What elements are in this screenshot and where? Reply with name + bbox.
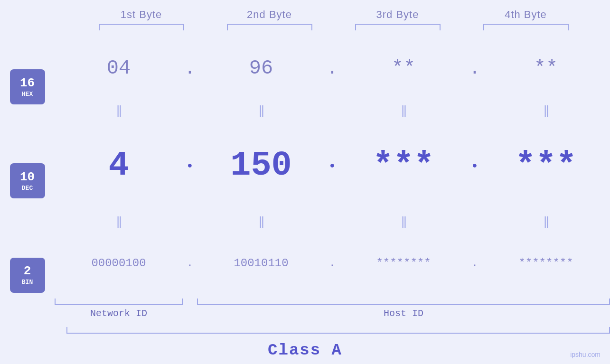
hex-b3-cell: ** bbox=[339, 57, 468, 80]
id-labels-row: Network ID Host ID bbox=[55, 308, 610, 327]
bin-dot3: . bbox=[468, 257, 482, 270]
hex-b4-value: ** bbox=[534, 57, 558, 80]
bin-b3-value: ******** bbox=[376, 257, 431, 270]
hex-b1-value: 04 bbox=[107, 57, 131, 80]
sep1-c4: || bbox=[482, 103, 610, 118]
hex-b3-value: ** bbox=[392, 57, 415, 80]
hex-dot2: . bbox=[325, 58, 339, 79]
bracket-byte1 bbox=[77, 24, 206, 30]
outer-bottom-bracket-row bbox=[66, 327, 610, 335]
outer-bottom-bracket bbox=[66, 327, 610, 334]
dec-b1-value: 4 bbox=[108, 146, 129, 185]
dec-dot2: ● bbox=[325, 161, 339, 170]
bottom-bracket-area bbox=[55, 299, 610, 306]
dec-b4-cell: *** bbox=[482, 146, 610, 185]
dec-b1-cell: 4 bbox=[55, 146, 183, 185]
dec-b2-value: 150 bbox=[230, 146, 292, 185]
bracket-line-2 bbox=[227, 24, 312, 30]
bin-b3-cell: ******** bbox=[339, 257, 468, 270]
byte-headers: 1st Byte 2nd Byte 3rd Byte 4th Byte bbox=[28, 9, 610, 21]
bracket-line-3 bbox=[355, 24, 441, 30]
bin-b2-cell: 10010110 bbox=[197, 257, 325, 270]
bracket-byte3 bbox=[334, 24, 462, 30]
bracket-byte2 bbox=[206, 24, 334, 30]
hex-badge-number: 16 bbox=[20, 77, 35, 89]
bin-badge: 2 BIN bbox=[10, 258, 45, 293]
host-id-bracket bbox=[197, 299, 610, 305]
bin-dot2: . bbox=[325, 257, 339, 270]
dec-b3-value: *** bbox=[373, 146, 434, 185]
hex-b1-cell: 04 bbox=[55, 57, 183, 80]
dec-badge-label: DEC bbox=[22, 185, 33, 191]
sep2-c1: || bbox=[55, 214, 183, 229]
hex-b2-value: 96 bbox=[249, 57, 273, 80]
bin-row: 00000100 . 10010110 . ******** . bbox=[55, 230, 610, 297]
main-area: 16 HEX 10 DEC 2 BIN 04 . bbox=[0, 35, 610, 327]
sep1-c1: || bbox=[55, 103, 183, 118]
badges-column: 16 HEX 10 DEC 2 BIN bbox=[0, 35, 55, 327]
bracket-byte4 bbox=[462, 24, 590, 30]
dec-dot3: ● bbox=[468, 161, 482, 170]
byte4-header: 4th Byte bbox=[462, 9, 590, 21]
bin-b2-value: 10010110 bbox=[234, 257, 288, 270]
bin-b4-cell: ******** bbox=[482, 257, 610, 270]
hex-badge: 16 HEX bbox=[10, 69, 45, 104]
sep2-c2: || bbox=[197, 214, 325, 229]
hex-row: 04 . 96 . ** . ** bbox=[55, 35, 610, 102]
sep2-c3: || bbox=[339, 214, 468, 229]
top-bracket-row bbox=[28, 24, 610, 30]
bin-b1-value: 00000100 bbox=[91, 257, 146, 270]
hex-badge-label: HEX bbox=[22, 91, 33, 97]
dec-dot1: ● bbox=[183, 161, 197, 170]
bin-dot1: . bbox=[183, 257, 197, 270]
hex-dot3: . bbox=[468, 58, 482, 79]
host-id-label: Host ID bbox=[197, 308, 610, 319]
dec-b4-value: *** bbox=[515, 146, 577, 185]
byte1-header: 1st Byte bbox=[77, 9, 206, 21]
bracket-line-1 bbox=[99, 24, 184, 30]
main-container: 1st Byte 2nd Byte 3rd Byte 4th Byte 16 H… bbox=[0, 0, 610, 364]
dec-badge: 10 DEC bbox=[10, 163, 45, 198]
dec-b2-cell: 150 bbox=[197, 146, 325, 185]
dec-b3-cell: *** bbox=[339, 146, 468, 185]
bin-badge-label: BIN bbox=[22, 279, 33, 285]
sep1-c3: || bbox=[339, 103, 468, 118]
sep2-c4: || bbox=[482, 214, 610, 229]
dec-badge-number: 10 bbox=[20, 171, 35, 183]
sep-row-1: || || || || bbox=[55, 102, 610, 119]
hex-b4-cell: ** bbox=[482, 57, 610, 80]
hex-b2-cell: 96 bbox=[197, 57, 325, 80]
bin-b4-value: ******** bbox=[518, 257, 573, 270]
watermark: ipshu.com bbox=[570, 351, 601, 358]
byte3-header: 3rd Byte bbox=[334, 9, 462, 21]
bracket-line-4 bbox=[483, 24, 569, 30]
byte2-header: 2nd Byte bbox=[206, 9, 334, 21]
dec-row: 4 ● 150 ● *** ● *** bbox=[55, 119, 610, 213]
sep1-c2: || bbox=[197, 103, 325, 118]
bin-b1-cell: 00000100 bbox=[55, 257, 183, 270]
network-id-label: Network ID bbox=[55, 308, 183, 319]
class-label: Class A bbox=[268, 341, 342, 359]
sep-row-2: || || || || bbox=[55, 213, 610, 230]
network-id-bracket bbox=[55, 299, 183, 305]
hex-dot1: . bbox=[183, 58, 197, 79]
data-area: 04 . 96 . ** . ** bbox=[55, 35, 610, 327]
bin-badge-number: 2 bbox=[24, 265, 31, 277]
class-row: Class A bbox=[0, 341, 610, 359]
